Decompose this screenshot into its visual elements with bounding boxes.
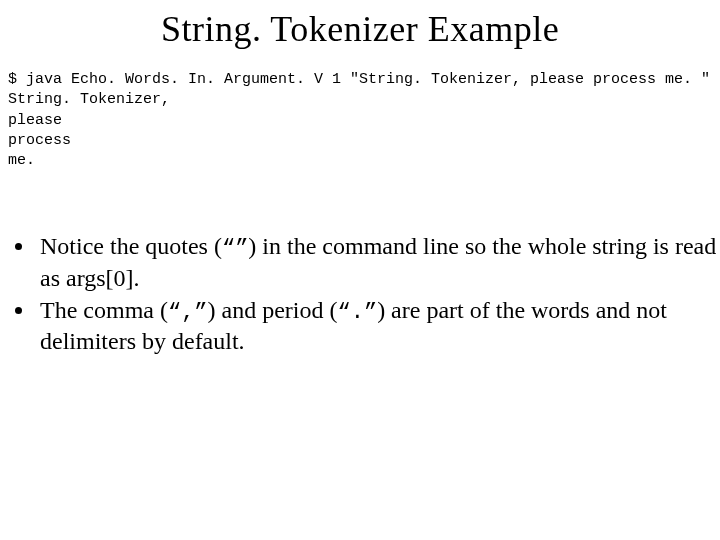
bullet-item-1: Notice the quotes (“”) in the command li… — [36, 231, 720, 293]
slide: String. Tokenizer Example $ java Echo. W… — [0, 0, 720, 540]
bullet-list: Notice the quotes (“”) in the command li… — [0, 231, 720, 356]
code-example: $ java Echo. Words. In. Argument. V 1 "S… — [0, 70, 720, 171]
bullet-2-sym1: “,” — [168, 300, 208, 325]
code-line-1: $ java Echo. Words. In. Argument. V 1 "S… — [8, 71, 710, 88]
page-title: String. Tokenizer Example — [0, 0, 720, 70]
bullet-item-2: The comma (“,”) and period (“.”) are par… — [36, 295, 720, 357]
code-line-4: process — [8, 132, 71, 149]
bullet-1-pre: Notice the quotes ( — [40, 233, 222, 259]
bullet-2-mid: ) and period ( — [208, 297, 338, 323]
bullet-1-sym: “” — [222, 236, 248, 261]
code-line-5: me. — [8, 152, 35, 169]
bullet-2-sym2: “.” — [338, 300, 378, 325]
code-line-2: String. Tokenizer, — [8, 91, 170, 108]
bullet-2-pre: The comma ( — [40, 297, 168, 323]
code-line-3: please — [8, 112, 62, 129]
